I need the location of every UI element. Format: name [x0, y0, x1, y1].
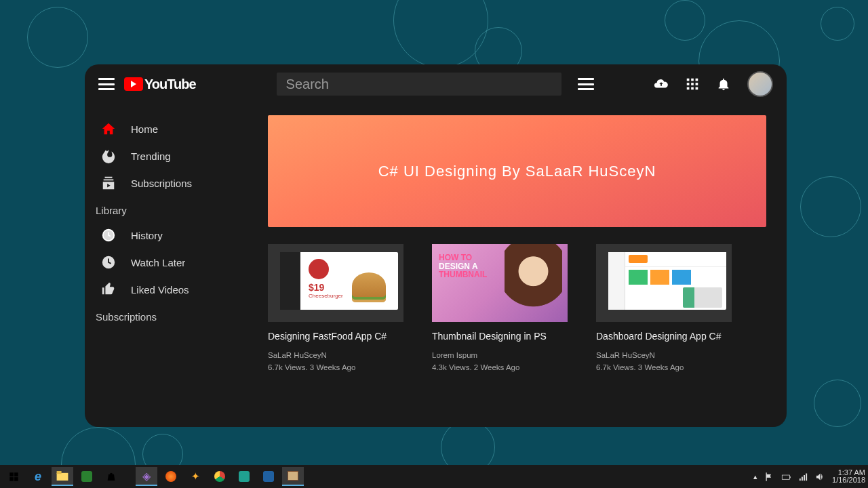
video-card[interactable]: HOW TODESIGN ATHUMBNAIL Thumbnail Design… [432, 244, 568, 371]
svg-rect-13 [9, 477, 14, 481]
start-button[interactable] [3, 467, 24, 486]
video-author: Lorem Ispum [432, 351, 568, 359]
banner-text: C# UI Designing By SaLaaR HuSceyN [378, 163, 656, 180]
thumb-overlay-text: HOW TODESIGN ATHUMBNAIL [439, 253, 493, 279]
date-text: 1/16/2018 [832, 476, 865, 484]
header-actions [654, 71, 773, 97]
video-author: SaLaR HuSceyN [596, 351, 732, 359]
sidebar-item-subscriptions[interactable]: Subscriptions [85, 169, 261, 197]
video-grid: $19 Cheeseburger Designing FastFood App … [268, 244, 773, 371]
subscriptions-icon [101, 176, 116, 190]
taskbar-form-app[interactable] [282, 467, 304, 486]
sidebar-item-label: Watch Later [131, 257, 185, 268]
svg-rect-7 [691, 87, 694, 90]
flame-icon [101, 148, 116, 163]
video-card[interactable]: Dashboard Designing App C# SaLaR HuSceyN… [596, 244, 732, 371]
sidebar-item-home[interactable]: Home [85, 115, 261, 142]
taskbar-separator [125, 467, 133, 486]
bell-icon[interactable] [716, 77, 731, 92]
svg-rect-3 [687, 83, 690, 85]
video-meta: 6.7k Views. 3 Weeks Ago [268, 363, 403, 371]
video-thumbnail[interactable] [596, 244, 732, 322]
clock-icon [101, 255, 116, 270]
svg-rect-16 [57, 471, 62, 474]
video-author: SaLaR HuSceyN [268, 351, 403, 359]
svg-rect-8 [696, 87, 698, 90]
svg-rect-18 [790, 476, 791, 478]
sidebar-item-label: Subscriptions [131, 178, 192, 189]
svg-rect-1 [691, 79, 694, 81]
search-input[interactable] [277, 73, 561, 96]
play-icon [124, 77, 143, 91]
subscriptions-title: Subscriptions [85, 303, 261, 328]
thumb-label: Cheeseburger [309, 293, 343, 299]
search-options-icon[interactable] [578, 78, 594, 90]
svg-rect-4 [691, 83, 694, 85]
video-title: Dashboard Designing App C# [596, 330, 732, 343]
taskbar-app-blue[interactable] [258, 467, 279, 486]
sidebar-item-label: History [131, 230, 163, 241]
apps-icon[interactable] [685, 77, 700, 92]
sidebar: Home Trending Subscriptions Library Hist… [85, 64, 261, 427]
video-meta: 6.7k Views. 3 Weeks Ago [596, 363, 732, 371]
svg-rect-0 [687, 79, 690, 81]
avatar[interactable] [747, 71, 773, 97]
svg-rect-12 [14, 472, 18, 476]
taskbar: e ◈ ✦ ▴ 1:37 AM 1/16/2018 [0, 465, 868, 488]
video-title: Designing FastFood App C# [268, 330, 403, 343]
taskbar-app-yellow[interactable]: ✦ [184, 467, 206, 486]
taskbar-chrome[interactable] [209, 467, 231, 486]
taskbar-explorer[interactable] [52, 467, 73, 486]
taskbar-app-store[interactable] [100, 467, 122, 486]
youtube-logo[interactable]: YouTube [124, 77, 196, 92]
svg-rect-11 [9, 472, 14, 476]
sidebar-item-label: Home [131, 123, 158, 135]
taskbar-app-teal[interactable] [233, 467, 255, 486]
sidebar-item-liked[interactable]: Liked Videos [85, 276, 261, 303]
clock[interactable]: 1:37 AM 1/16/2018 [832, 469, 865, 484]
library-title: Library [85, 197, 261, 222]
thumb-up-icon [101, 282, 116, 297]
svg-rect-17 [782, 475, 789, 479]
svg-rect-6 [687, 87, 690, 90]
tray-up-icon[interactable]: ▴ [753, 472, 757, 481]
home-icon [101, 121, 116, 136]
svg-rect-20 [802, 476, 803, 481]
svg-rect-22 [806, 473, 807, 481]
taskbar-vs[interactable]: ◈ [136, 467, 157, 486]
upload-icon[interactable] [654, 77, 669, 92]
app-header: YouTube [85, 64, 787, 104]
flag-icon[interactable] [764, 472, 774, 482]
svg-rect-21 [804, 475, 805, 481]
main-content: C# UI Designing By SaLaaR HuSceyN $19 Ch… [261, 64, 787, 427]
svg-rect-15 [57, 473, 68, 481]
menu-icon[interactable] [98, 78, 115, 90]
thumb-price: $19 [309, 282, 324, 293]
sidebar-item-label: Liked Videos [131, 284, 189, 296]
svg-rect-14 [14, 477, 18, 481]
taskbar-app-green[interactable] [76, 467, 98, 486]
channel-banner[interactable]: C# UI Designing By SaLaaR HuSceyN [268, 115, 766, 227]
system-tray: ▴ 1:37 AM 1/16/2018 [753, 469, 865, 484]
app-window: YouTube Home Trending Subscriptions Libr… [85, 64, 787, 427]
sidebar-item-label: Trending [131, 150, 171, 162]
video-thumbnail[interactable]: HOW TODESIGN ATHUMBNAIL [432, 244, 568, 322]
sidebar-item-history[interactable]: History [85, 222, 261, 249]
taskbar-firefox[interactable] [160, 467, 182, 486]
video-card[interactable]: $19 Cheeseburger Designing FastFood App … [268, 244, 403, 371]
brand-text: YouTube [144, 77, 196, 92]
svg-rect-5 [696, 83, 698, 85]
battery-icon[interactable] [781, 472, 791, 482]
wifi-icon[interactable] [798, 472, 808, 482]
sidebar-item-trending[interactable]: Trending [85, 142, 261, 169]
video-title: Thumbnail Designing in PS [432, 330, 568, 343]
video-meta: 4.3k Views. 2 Weeks Ago [432, 363, 568, 371]
video-thumbnail[interactable]: $19 Cheeseburger [268, 244, 403, 322]
history-icon [101, 228, 116, 243]
svg-rect-19 [800, 479, 801, 481]
taskbar-ie[interactable]: e [27, 467, 49, 486]
volume-icon[interactable] [815, 472, 825, 482]
sidebar-item-watch-later[interactable]: Watch Later [85, 249, 261, 276]
svg-rect-2 [696, 79, 698, 81]
